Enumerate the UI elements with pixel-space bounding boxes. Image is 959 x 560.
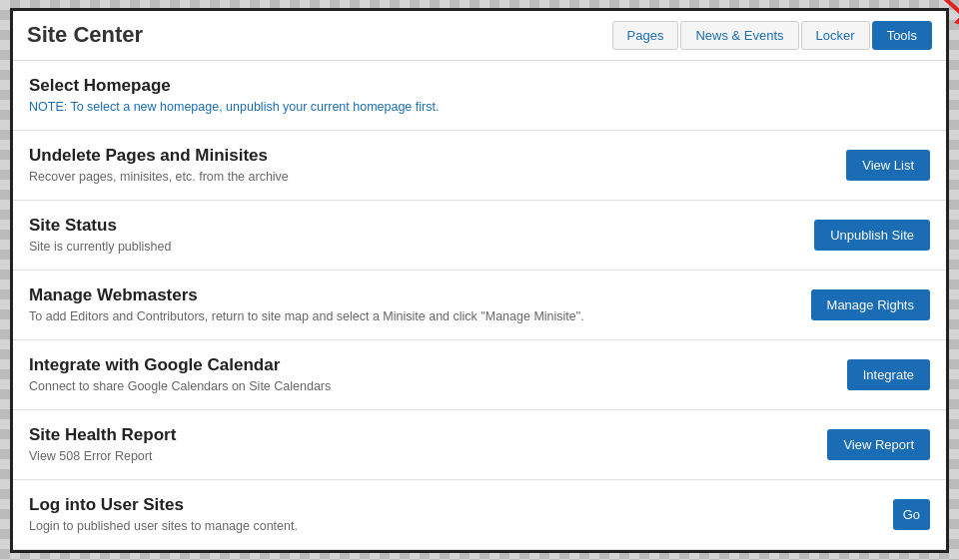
section-site-health: Site Health ReportView 508 Error ReportV… xyxy=(13,410,946,480)
content-area: Select HomepageNOTE: To select a new hom… xyxy=(13,61,946,550)
outer-wrapper: Site Center PagesNews & EventsLockerTool… xyxy=(10,8,949,553)
section-desc-select-homepage: NOTE: To select a new homepage, unpublis… xyxy=(29,100,930,114)
section-text-site-status: Site StatusSite is currently published xyxy=(29,216,798,254)
section-select-homepage: Select HomepageNOTE: To select a new hom… xyxy=(13,61,946,131)
section-manage-webmasters: Manage WebmastersTo add Editors and Cont… xyxy=(13,271,946,340)
section-title-site-status: Site Status xyxy=(29,216,798,236)
panel-header: Site Center PagesNews & EventsLockerTool… xyxy=(13,11,946,61)
section-undelete-pages: Undelete Pages and MinisitesRecover page… xyxy=(13,131,946,201)
section-title-undelete-pages: Undelete Pages and Minisites xyxy=(29,146,830,166)
tab-tools[interactable]: Tools xyxy=(872,21,932,50)
section-user-sites: Log into User SitesLogin to published us… xyxy=(13,480,946,550)
section-title-manage-webmasters: Manage Webmasters xyxy=(29,285,795,305)
section-title-select-homepage: Select Homepage xyxy=(29,76,930,96)
section-title-user-sites: Log into User Sites xyxy=(29,495,877,515)
section-site-status: Site StatusSite is currently publishedUn… xyxy=(13,201,946,271)
tab-news-events[interactable]: News & Events xyxy=(680,21,798,50)
tab-locker[interactable]: Locker xyxy=(801,21,870,50)
page-title: Site Center xyxy=(27,22,143,48)
section-title-site-health: Site Health Report xyxy=(29,425,811,445)
section-desc-user-sites: Login to published user sites to manage … xyxy=(29,519,877,533)
button-site-health[interactable]: View Report xyxy=(827,429,930,460)
section-google-calendar: Integrate with Google CalendarConnect to… xyxy=(13,340,946,410)
section-desc-site-health: View 508 Error Report xyxy=(29,449,811,463)
section-text-select-homepage: Select HomepageNOTE: To select a new hom… xyxy=(29,76,930,114)
button-manage-webmasters[interactable]: Manage Rights xyxy=(811,289,930,320)
button-undelete-pages[interactable]: View List xyxy=(846,150,930,181)
section-text-user-sites: Log into User SitesLogin to published us… xyxy=(29,495,877,533)
tab-pages[interactable]: Pages xyxy=(612,21,679,50)
section-desc-google-calendar: Connect to share Google Calendars on Sit… xyxy=(29,379,831,393)
section-text-google-calendar: Integrate with Google CalendarConnect to… xyxy=(29,355,831,393)
section-text-undelete-pages: Undelete Pages and MinisitesRecover page… xyxy=(29,146,830,184)
section-desc-site-status: Site is currently published xyxy=(29,240,798,254)
section-desc-manage-webmasters: To add Editors and Contributors, return … xyxy=(29,309,795,323)
section-text-site-health: Site Health ReportView 508 Error Report xyxy=(29,425,811,463)
button-user-sites[interactable]: Go xyxy=(893,499,930,530)
button-site-status[interactable]: Unpublish Site xyxy=(814,220,930,251)
section-text-manage-webmasters: Manage WebmastersTo add Editors and Cont… xyxy=(29,285,795,323)
svg-line-1 xyxy=(941,0,959,22)
nav-tabs: PagesNews & EventsLockerTools xyxy=(612,21,932,50)
site-center-panel: Site Center PagesNews & EventsLockerTool… xyxy=(10,8,949,553)
section-desc-undelete-pages: Recover pages, minisites, etc. from the … xyxy=(29,170,830,184)
section-title-google-calendar: Integrate with Google Calendar xyxy=(29,355,831,375)
button-google-calendar[interactable]: Integrate xyxy=(847,359,930,390)
